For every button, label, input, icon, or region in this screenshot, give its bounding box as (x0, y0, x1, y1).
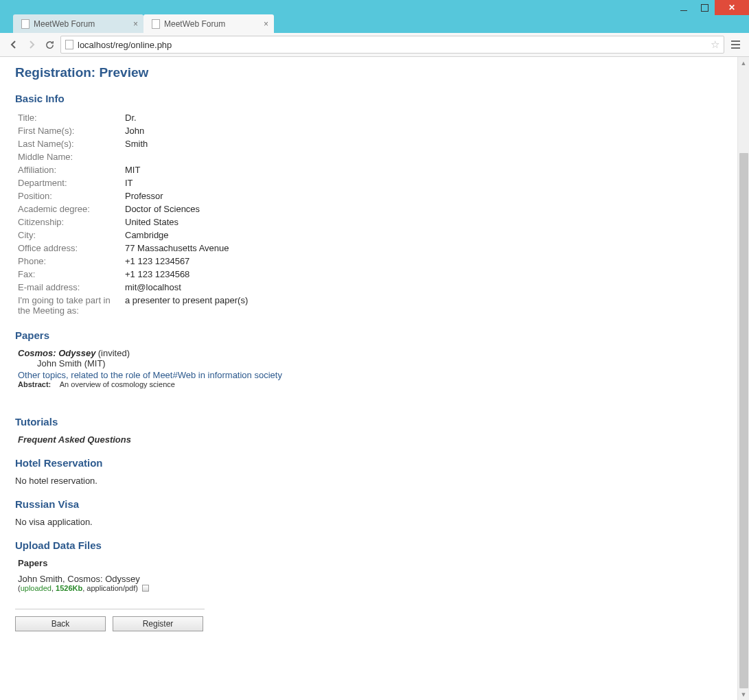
basic-info-table: Title:Dr.First Name(s):JohnLast Name(s):… (15, 111, 251, 317)
page-viewport: Registration: Preview Basic Info Title:D… (0, 57, 749, 700)
info-label: Affiliation: (15, 163, 122, 176)
back-button[interactable] (7, 38, 21, 51)
section-heading-papers: Papers (15, 329, 722, 341)
info-value: IT (122, 176, 251, 189)
paper-invited-badge: (invited) (98, 348, 130, 358)
address-bar[interactable]: localhost/reg/online.php ☆ (60, 36, 724, 54)
upload-file-line: John Smith, Cosmos: Odyssey (18, 574, 722, 584)
paper-item: Cosmos: Odyssey (invited) John Smith (MI… (18, 348, 722, 388)
window-minimize-button[interactable] (673, 0, 694, 15)
paper-author: John Smith (MIT) (37, 358, 722, 369)
page-content: Registration: Preview Basic Info Title:D… (0, 57, 737, 700)
window-maximize-button[interactable] (694, 0, 715, 15)
info-value: a presenter to present paper(s) (122, 294, 251, 317)
browser-window: MeetWeb Forum × MeetWeb Forum × localhos… (0, 0, 749, 700)
forward-button[interactable] (25, 38, 38, 51)
info-label: Citizenship: (15, 215, 122, 229)
info-row: Fax:+1 123 1234568 (15, 268, 251, 281)
info-row: Title:Dr. (15, 111, 251, 124)
info-label: Phone: (15, 255, 122, 268)
section-heading-visa: Russian Visa (15, 498, 722, 510)
bookmark-icon[interactable]: ☆ (711, 38, 719, 51)
info-label: First Name(s): (15, 124, 122, 137)
visa-text: No visa application. (15, 517, 722, 527)
info-label: Position: (15, 189, 122, 202)
info-value: mit@localhost (122, 281, 251, 294)
info-value: Smith (122, 137, 251, 150)
url-text: localhost/reg/online.php (78, 40, 706, 50)
tab-row: MeetWeb Forum × MeetWeb Forum × (0, 10, 749, 33)
info-value: Professor (122, 189, 251, 202)
info-label: Fax: (15, 268, 122, 281)
register-button[interactable]: Register (113, 616, 203, 631)
upload-mime: application/pdf (87, 584, 135, 592)
info-label: Department: (15, 176, 122, 189)
info-label: Title: (15, 111, 122, 124)
file-icon (152, 19, 160, 29)
abstract-text: An overview of cosmology science (60, 380, 175, 388)
browser-tab-inactive[interactable]: MeetWeb Forum × (13, 14, 143, 33)
button-row: Back Register (15, 616, 722, 631)
paper-abstract: Abstract: An overview of cosmology scien… (18, 380, 722, 388)
scrollbar-vertical[interactable]: ▲ ▼ (737, 57, 749, 700)
info-row: Last Name(s):Smith (15, 137, 251, 150)
info-label: I'm going to take part in the Meeting as… (15, 294, 122, 317)
window-close-button[interactable] (715, 0, 749, 15)
section-heading-hotel: Hotel Reservation (15, 457, 722, 469)
scroll-down-button[interactable]: ▼ (738, 688, 749, 700)
paper-topic: Other topics, related to the role of Mee… (18, 370, 722, 380)
menu-button[interactable] (728, 38, 742, 51)
info-row: Citizenship:United States (15, 215, 251, 229)
info-row: Department:IT (15, 176, 251, 189)
file-icon (21, 19, 30, 29)
info-value (122, 150, 251, 163)
hotel-text: No hotel reservation. (15, 476, 722, 486)
info-label: Office address: (15, 242, 122, 255)
upload-size: 1526Kb (56, 584, 82, 592)
scroll-thumb[interactable] (739, 153, 748, 688)
upload-subheading: Papers (18, 558, 722, 568)
document-icon[interactable] (142, 585, 149, 592)
scroll-up-button[interactable]: ▲ (738, 57, 749, 69)
info-row: Phone:+1 123 1234567 (15, 255, 251, 268)
abstract-label: Abstract: (18, 380, 51, 388)
info-row: I'm going to take part in the Meeting as… (15, 294, 251, 317)
reload-button[interactable] (43, 38, 56, 51)
section-heading-basic-info: Basic Info (15, 93, 722, 104)
section-heading-tutorials: Tutorials (15, 416, 722, 428)
info-row: First Name(s):John (15, 124, 251, 137)
tutorial-item: Frequent Asked Questions (18, 434, 722, 445)
info-row: E-mail address:mit@localhost (15, 281, 251, 294)
close-icon[interactable]: × (133, 19, 138, 29)
info-row: Affiliation:MIT (15, 163, 251, 176)
tab-title: MeetWeb Forum (164, 19, 225, 29)
info-value: +1 123 1234568 (122, 268, 251, 281)
browser-tab-active[interactable]: MeetWeb Forum × (143, 14, 274, 33)
info-label: Last Name(s): (15, 137, 122, 150)
tab-title: MeetWeb Forum (34, 19, 95, 29)
browser-toolbar: localhost/reg/online.php ☆ (0, 33, 749, 57)
section-heading-upload: Upload Data Files (15, 539, 722, 551)
info-value: Cambridge (122, 229, 251, 242)
back-button-form[interactable]: Back (15, 616, 106, 631)
info-value: United States (122, 215, 251, 229)
info-label: Middle Name: (15, 150, 122, 163)
info-value: MIT (122, 163, 251, 176)
info-row: Academic degree:Doctor of Sciences (15, 202, 251, 215)
info-value: John (122, 124, 251, 137)
info-label: Academic degree: (15, 202, 122, 215)
window-controls (673, 0, 749, 15)
close-icon[interactable]: × (264, 19, 268, 29)
info-value: Dr. (122, 111, 251, 124)
titlebar (0, 0, 749, 10)
info-row: Position:Professor (15, 189, 251, 202)
info-label: E-mail address: (15, 281, 122, 294)
upload-file-meta: (uploaded, 1526Kb, application/pdf) (18, 584, 722, 592)
info-row: Middle Name: (15, 150, 251, 163)
separator (15, 609, 205, 609)
file-icon (65, 40, 73, 49)
info-value: 77 Massachusetts Avenue (122, 242, 251, 255)
paper-title: Cosmos: Odyssey (18, 348, 95, 358)
info-value: Doctor of Sciences (122, 202, 251, 215)
info-row: Office address:77 Massachusetts Avenue (15, 242, 251, 255)
